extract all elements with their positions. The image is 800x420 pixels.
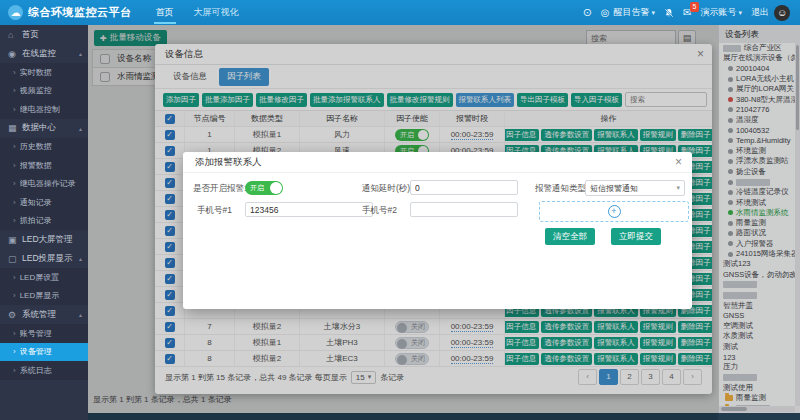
modal-header: 添加报警联系人 × [183, 152, 692, 173]
chevron-right-icon: › [13, 68, 16, 77]
account-label: 演示账号 [700, 6, 736, 19]
sidebar-item[interactable]: ⚙系统管理▴ [0, 305, 88, 324]
sidebar-item[interactable]: ▦数据中心▴ [0, 119, 88, 138]
chevron-right-icon: › [13, 273, 16, 282]
sidebar-item[interactable]: ›历史数据 [0, 138, 88, 157]
notify-delay-input[interactable] [410, 180, 518, 195]
add-phone-button[interactable] [539, 201, 689, 222]
sidebar-item-label: 继电器控制 [20, 104, 60, 115]
database-icon: ▦ [8, 123, 19, 133]
sidebar-item-label: 实时数据 [20, 67, 52, 78]
globe-icon[interactable] [583, 7, 592, 18]
app-brand: 综合环境监控云平台 [0, 5, 132, 20]
phone2-label: 手机号#2 [362, 205, 397, 217]
toggle-on-label: 开启 [250, 183, 264, 193]
sidebar-item-label: LED投屏显示 [22, 253, 73, 265]
chevron-right-icon: › [13, 347, 16, 356]
clear-all-button[interactable]: 清空全部 [545, 228, 595, 245]
submit-button[interactable]: 立即提交 [611, 228, 661, 245]
sidebar-item[interactable]: ›系统日志 [0, 361, 88, 380]
sidebar-item-label: 通知记录 [20, 197, 52, 208]
sidebar-item-label: 在线监控 [22, 48, 56, 60]
chevron-right-icon: › [13, 161, 16, 170]
sidebar-item-label: LED屏设置 [20, 272, 60, 283]
chevron-right-icon: › [13, 198, 16, 207]
bell-muted-icon[interactable] [664, 8, 674, 18]
logout-button[interactable]: 退出 [751, 6, 769, 19]
sidebar-item[interactable]: ›通知记录 [0, 193, 88, 212]
sidebar-item-label: 报警数据 [20, 160, 52, 171]
enable-alarm-toggle[interactable]: 开启 [245, 181, 283, 195]
chevron-right-icon: › [13, 142, 16, 151]
sidebar-item-label: 数据中心 [22, 122, 56, 134]
chevron-up-icon: ▴ [79, 311, 82, 318]
monitor-icon: ◉ [8, 49, 19, 59]
nav-menu-item[interactable]: 大屏可视化 [184, 0, 249, 25]
sidebar-item-label: 历史数据 [20, 141, 52, 152]
top-menu: 首页大屏可视化 [146, 0, 249, 25]
notification-badge: 5 [690, 2, 700, 12]
sidebar-item[interactable]: ▢LED投屏显示▴ [0, 249, 88, 268]
toggle-knob [270, 182, 282, 194]
alarm-status-label: 醒目告警 [614, 6, 650, 19]
phone1-label: 手机号#1 [197, 205, 232, 217]
sidebar-item[interactable]: ›账号管理 [0, 324, 88, 343]
messages-button[interactable]: 5 [683, 7, 691, 18]
led-icon: ▣ [8, 235, 19, 245]
sidebar-item-label: 首页 [22, 29, 39, 41]
sidebar-item[interactable]: ›实时数据 [0, 63, 88, 82]
alarm-type-label: 报警通知类型: [535, 183, 588, 195]
chevron-down-icon: ▾ [676, 184, 680, 192]
cloud-logo-icon [8, 5, 23, 20]
chevron-right-icon: › [13, 216, 16, 225]
modal-title: 添加报警联系人 [195, 156, 262, 169]
sidebar-item-label: 设备管理 [20, 346, 52, 357]
notify-delay-label: 通知延时(秒): [362, 183, 413, 195]
chevron-right-icon: › [13, 105, 16, 114]
enable-alarm-label: 是否开启报警: [193, 183, 246, 195]
alarm-status-button[interactable]: 醒目告警 ▾ [601, 6, 655, 19]
sidebar-item[interactable]: ›LED屏设置 [0, 268, 88, 287]
top-navbar: 综合环境监控云平台 首页大屏可视化 醒目告警 ▾ 5 演示账号 ▾ 退出 [0, 0, 800, 25]
sidebar-item[interactable]: ›抓拍记录 [0, 212, 88, 231]
avatar[interactable] [774, 5, 790, 21]
sidebar-item[interactable]: ▣LED大屏管理 [0, 230, 88, 249]
chevron-right-icon: › [13, 366, 16, 375]
phone1-input[interactable] [245, 202, 373, 217]
sidebar-item-label: 抓拍记录 [20, 215, 52, 226]
phone2-input[interactable] [410, 202, 518, 217]
sidebar-item[interactable]: ◉在线监控▴ [0, 44, 88, 63]
add-alarm-contact-modal: 添加报警联系人 × 是否开启报警: 开启 通知延时(秒): 报警通知类型: 短信… [183, 152, 692, 309]
chevron-down-icon: ▾ [738, 9, 742, 17]
sidebar-item[interactable]: ›报警数据 [0, 156, 88, 175]
account-menu[interactable]: 演示账号 ▾ [700, 6, 742, 19]
sidebar-item-label: 视频监控 [20, 85, 52, 96]
gear-icon: ⚙ [8, 310, 19, 320]
cast-icon: ▢ [8, 254, 19, 264]
sidebar-item[interactable]: ›设备管理 [0, 343, 88, 362]
plus-icon [608, 205, 621, 218]
alarm-type-select[interactable]: 短信报警通知 ▾ [585, 180, 685, 196]
close-icon[interactable]: × [675, 156, 682, 168]
chevron-right-icon: › [13, 86, 16, 95]
chevron-right-icon: › [13, 329, 16, 338]
alarm-type-value: 短信报警通知 [590, 183, 638, 194]
chevron-up-icon: ▴ [79, 255, 82, 262]
left-sidebar: ⌂首页◉在线监控▴›实时数据›视频监控›继电器控制▦数据中心▴›历史数据›报警数… [0, 25, 88, 420]
sidebar-item-label: LED屏显示 [20, 290, 60, 301]
sidebar-item-label: 系统日志 [20, 365, 52, 376]
app-title: 综合环境监控云平台 [28, 5, 132, 20]
sidebar-item[interactable]: ›视频监控 [0, 82, 88, 101]
sidebar-item[interactable]: ⌂首页 [0, 25, 88, 44]
chevron-up-icon: ▴ [79, 50, 82, 57]
status-ring-icon [601, 7, 612, 18]
sidebar-item[interactable]: ›继电器控制 [0, 100, 88, 119]
sidebar-item[interactable]: ›继电器操作记录 [0, 175, 88, 194]
sidebar-item-label: 账号管理 [20, 328, 52, 339]
home-icon: ⌂ [8, 30, 19, 40]
nav-menu-item[interactable]: 首页 [146, 0, 184, 25]
sidebar-item-label: 系统管理 [22, 309, 56, 321]
sidebar-item-label: 继电器操作记录 [20, 178, 76, 189]
sidebar-item[interactable]: ›LED屏显示 [0, 287, 88, 306]
chevron-right-icon: › [13, 179, 16, 188]
